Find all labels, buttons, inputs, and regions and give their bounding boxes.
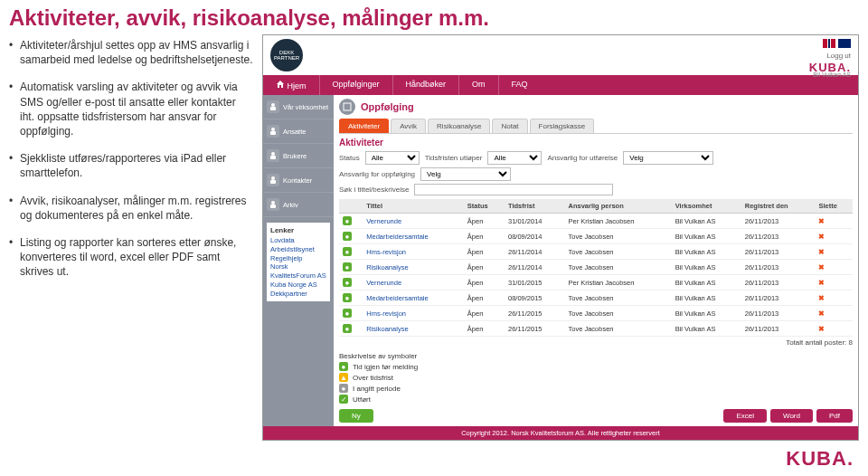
row-ansvarlig: Tove Jacobsen [564,229,671,244]
row-status-icon: ● [339,290,363,306]
row-status: Åpen [464,275,505,290]
row-delete[interactable]: ✖ [815,244,853,260]
legend-item: ●Tid igjen før melding [339,362,853,371]
legend-item: ✓Utført [339,395,853,404]
col-status-icon[interactable] [339,199,363,214]
export-word-button[interactable]: Word [770,409,813,423]
sidebar-item-kontakter[interactable]: Kontakter [263,168,334,193]
menu-håndbøker[interactable]: Håndbøker [392,75,459,95]
row-status-icon: ● [339,229,363,244]
row-title[interactable]: Vernerunde [363,275,464,290]
row-title[interactable]: Medarbeidersamtale [363,290,464,306]
search-input[interactable] [414,184,613,195]
menu-hjem[interactable]: Hjem [263,75,319,95]
row-delete[interactable]: ✖ [815,229,853,244]
flag-uk-icon[interactable] [838,39,851,48]
row-registret: 26/11/2013 [741,275,816,290]
sidebar-item-ansatte[interactable]: Ansatte [263,119,334,144]
tab-aktiviteter[interactable]: Aktiviteter [339,119,389,133]
delete-icon[interactable]: ✖ [818,309,825,318]
export-excel-button[interactable]: Excel [723,409,767,423]
row-delete[interactable]: ✖ [815,290,853,306]
delete-icon[interactable]: ✖ [818,294,825,302]
delete-icon[interactable]: ✖ [818,248,825,256]
legend-icon: ✓ [339,395,348,404]
row-registret: 26/11/2013 [741,260,816,275]
col-ansvarlig-person[interactable]: Ansvarlig person [564,199,671,214]
aktiviteter-table: TittelStatusTidsfristAnsvarlig personVir… [339,199,853,337]
row-registret: 26/11/2013 [741,321,816,337]
legend-title: Beskrivelse av symboler [339,352,853,360]
row-title[interactable]: Risikoanalyse [363,260,464,275]
row-ansvarlig: Tove Jacobsen [564,290,671,306]
sidebar-item-brukere[interactable]: Brukere [263,144,334,168]
legend-label: Utført [353,395,371,404]
delete-icon[interactable]: ✖ [818,279,825,287]
col-slette[interactable]: Slette [815,199,853,214]
row-virksomhet: Bil Vulkan AS [672,321,741,337]
row-delete[interactable]: ✖ [815,306,853,321]
row-delete[interactable]: ✖ [815,214,853,229]
row-delete[interactable]: ✖ [815,260,853,275]
tab-avvik[interactable]: Avvik [391,119,426,133]
row-title[interactable]: Medarbeidersamtale [363,229,464,244]
search-label: Søk i tittel/beskrivelse [339,186,409,194]
row-title[interactable]: Hms-revisjon [363,244,464,260]
table-row: ●VernerundeÅpen31/01/2015Per Kristian Ja… [339,275,853,290]
link-arbeidstilsynet[interactable]: Arbeidstilsynet [270,245,326,254]
export-pdf-button[interactable]: Pdf [816,409,853,423]
row-ansvarlig: Per Kristian Jacobsen [564,275,671,290]
link-norsk-kvalitetsforum-as[interactable]: Norsk KvalitetsForum AS [270,262,326,281]
link-regelhjelp[interactable]: Regelhjelp [270,254,326,263]
tab-risikoanalyse[interactable]: Risikoanalyse [428,119,490,133]
row-status-icon: ● [339,321,363,337]
bullet-item: Automatisk varsling av aktiviteter og av… [9,80,253,138]
delete-icon[interactable]: ✖ [818,263,825,271]
logout-link[interactable]: Logg ut [826,52,851,60]
ansvarlig-opp-select[interactable]: Velg [420,167,511,181]
main-panel: Oppfølging AktiviteterAvvikRisikoanalyse… [334,95,858,426]
col-virksomhet[interactable]: Virksomhet [672,199,741,214]
row-tidsfrist: 08/09/2015 [505,290,565,306]
svg-point-2 [271,128,275,131]
row-status: Åpen [464,321,505,337]
row-title[interactable]: Risikoanalyse [363,321,464,337]
legend-item: ●I angitt periode [339,384,853,393]
sidebar-label: Brukere [283,152,307,160]
row-title[interactable]: Vernerunde [363,214,464,229]
delete-icon[interactable]: ✖ [818,325,825,333]
table-row: ●RisikoanalyseÅpen26/11/2015Tove Jacobse… [339,321,853,337]
col-status[interactable]: Status [464,199,505,214]
col-tittel[interactable]: Tittel [363,199,464,214]
svg-point-8 [271,201,275,205]
link-dekkpartner[interactable]: Dekkpartner [270,290,326,299]
new-button[interactable]: Ny [339,409,373,423]
menu-om[interactable]: Om [458,75,498,95]
status-select[interactable]: Alle [365,151,420,165]
col-registret-den[interactable]: Registret den [741,199,816,214]
sidebar-item-arkiv[interactable]: Arkiv [263,193,334,217]
ansvarlig-ut-select[interactable]: Velg [623,151,713,165]
row-delete[interactable]: ✖ [815,275,853,290]
sidebar-item-vår-virksomhet[interactable]: Vår virksomhet [263,95,334,119]
flag-no-icon[interactable] [823,39,835,48]
table-row: ●Hms-revisjonÅpen26/11/2014Tove Jacobsen… [339,244,853,260]
links-panel: Lenker LovdataArbeidstilsynetRegelhjelpN… [267,223,330,301]
row-title[interactable]: Hms-revisjon [363,306,464,321]
tidsfrist-select[interactable]: Alle [487,151,542,165]
tab-forslagskasse[interactable]: Forslagskasse [530,119,595,133]
col-tidsfrist[interactable]: Tidsfrist [505,199,565,214]
row-delete[interactable]: ✖ [815,321,853,337]
delete-icon[interactable]: ✖ [818,233,825,241]
tab-notat[interactable]: Notat [492,119,527,133]
row-virksomhet: Bil Vulkan AS [672,275,741,290]
menu-faq[interactable]: FAQ [498,75,541,95]
slide-title: Aktiviteter, avvik, risikoanalyse, målin… [0,0,868,34]
sidebar-icon [267,125,279,138]
menu-oppfølginger[interactable]: Oppfølginger [319,75,392,95]
row-status: Åpen [464,229,505,244]
row-status: Åpen [464,214,505,229]
delete-icon[interactable]: ✖ [818,217,825,225]
link-kuba-norge-as[interactable]: Kuba Norge AS [270,281,326,290]
link-lovdata[interactable]: Lovdata [270,236,326,245]
